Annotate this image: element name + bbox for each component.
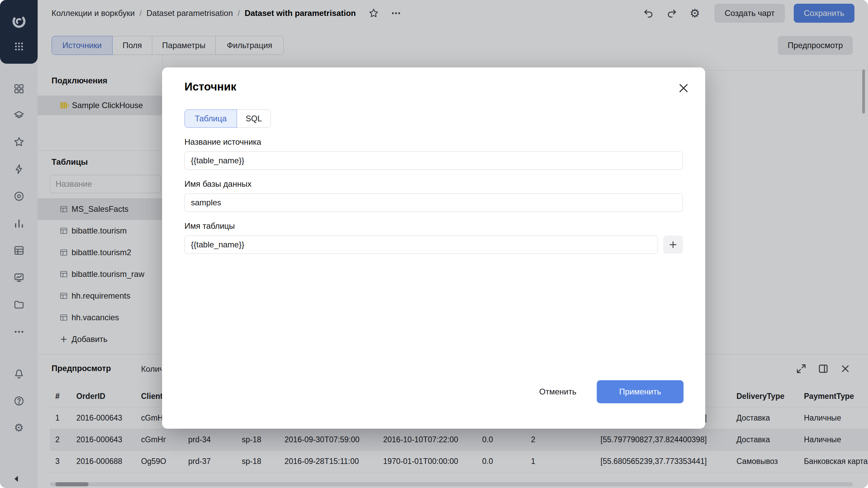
cancel-button[interactable]: Отменить	[530, 380, 586, 403]
table-name-input[interactable]	[184, 236, 658, 254]
table-name-label: Имя таблицы	[184, 221, 235, 231]
app-screen: Коллекции и воркбуки / Dataset parametri…	[0, 0, 868, 488]
database-name-label: Имя базы данных	[184, 179, 252, 189]
dialog-title: Источник	[184, 80, 236, 93]
source-type-tabs: Таблица SQL	[184, 109, 271, 128]
apply-button[interactable]: Применить	[597, 380, 684, 403]
source-name-input[interactable]	[184, 151, 683, 170]
add-table-name-button[interactable]	[663, 236, 683, 254]
source-dialog: Источник Таблица SQL Название источника …	[162, 67, 705, 429]
source-type-sql-tab[interactable]: SQL	[237, 109, 271, 128]
source-type-table-tab[interactable]: Таблица	[184, 109, 237, 128]
source-name-label: Название источника	[184, 137, 261, 147]
database-name-input[interactable]	[184, 194, 683, 212]
close-dialog-icon[interactable]	[677, 82, 690, 94]
